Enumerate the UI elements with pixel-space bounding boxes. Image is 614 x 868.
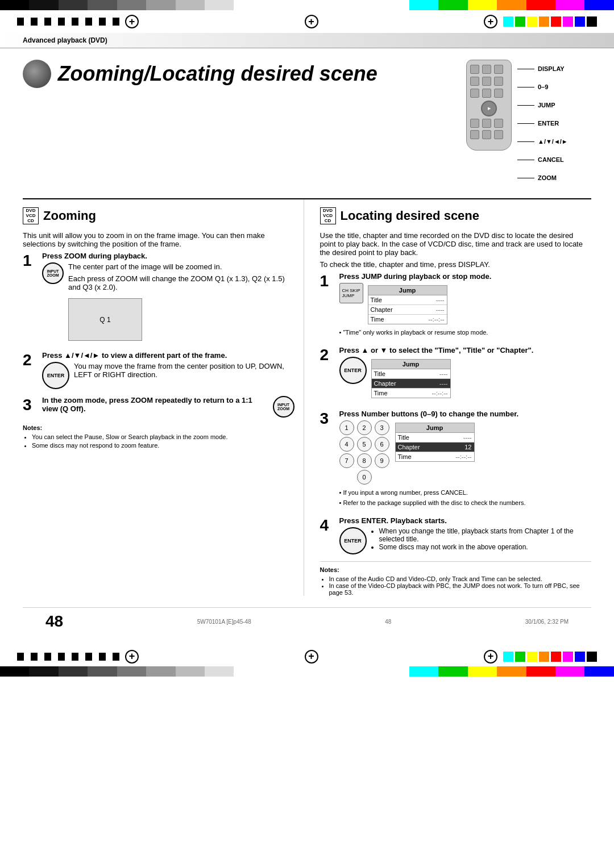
registration-marks-bottom: [0, 646, 614, 666]
step-3-content: In the zoom mode, press ZOOM repeatedly …: [42, 396, 294, 418]
step-2-content: Press ▲/▼/◄/► to view a different part o…: [42, 351, 294, 389]
zooming-note-1: You can select the Pause, Slow or Search…: [32, 433, 294, 440]
zoom-preview-box: Q 1: [68, 298, 142, 341]
jump-table-2-header: Jump: [372, 360, 450, 369]
chip-yellow: [527, 16, 537, 27]
locating-intro: Use the title, chapter and time recorded…: [320, 231, 592, 257]
zooming-intro: This unit will allow you to zoom in on t…: [23, 231, 294, 248]
number-buttons-wrap: 1 2 3 4 5 6 7 8: [339, 420, 391, 485]
page-header: Advanced playback (DVD): [0, 33, 614, 48]
chip-orange: [539, 16, 549, 27]
zoom-step-1-body1: The center part of the image will be zoo…: [68, 262, 294, 271]
step-1-content: Press ZOOM during playback. INPUT ZOOM T…: [42, 252, 294, 344]
registration-mark-left: [125, 15, 139, 28]
color-block-green: [438, 0, 467, 10]
zoom-preview-label: Q 1: [99, 316, 110, 324]
remote-label-arrows: ▲/▼/◄/►: [517, 138, 568, 145]
remote-labels: DISPLAY 0–9 JUMP ENTER ▲/▼/◄/► CANCEL ZO…: [517, 60, 568, 187]
jump-table-2-row-title: Title ----: [372, 369, 450, 379]
zooming-notes: Notes: You can select the Pause, Slow or…: [23, 424, 294, 449]
color-block: [88, 0, 117, 10]
jump-label-chapter: Chapter: [371, 306, 408, 313]
jump-table-3: Jump Title ---- Chapter 12 Time: [395, 423, 475, 462]
loc-step-2-title: Press ▲ or ▼ to select the "Time", "Titl…: [339, 346, 592, 354]
title-icon: [23, 60, 51, 88]
chip-magenta: [563, 16, 573, 27]
num-btn-9[interactable]: 9: [375, 453, 389, 468]
registration-mark-bottom-center: [305, 650, 318, 663]
loc-step-3-note-refer: • Refer to the package supplied with the…: [339, 499, 592, 506]
num-btn-3[interactable]: 3: [375, 420, 389, 435]
chip-cyan: [503, 16, 513, 27]
loc-step-4-bullet-2: Some discs may not work in the above ope…: [379, 543, 592, 551]
step-1-text: The center part of the image will be zoo…: [68, 262, 294, 295]
loc-step-4: 4 Press ENTER. Playback starts. ENTER Wh…: [320, 516, 592, 554]
color-block: [0, 0, 29, 10]
zoom-step-1-body2: Each press of ZOOM will change the ZOOM …: [68, 274, 294, 291]
zoom-button-icon: INPUT ZOOM: [42, 262, 64, 284]
jump-value-chapter: ----: [408, 306, 445, 313]
color-block: [380, 0, 409, 10]
jump-table-1: Jump Title ---- Chapter ---- Time: [368, 285, 447, 324]
enter-icon-step4: ENTER: [339, 527, 367, 554]
bottom-color-bar: [0, 666, 614, 677]
locating-section: DVD VCD CD Locating desired scene Use th…: [316, 199, 592, 596]
color-block: [205, 0, 234, 10]
page-number: 48: [45, 612, 63, 631]
color-block: [29, 0, 58, 10]
locating-notes: Notes: In case of the Audio CD and Video…: [320, 561, 592, 596]
loc-step-1-note: • "Time" only works in playback or resum…: [339, 329, 592, 336]
loc-step-number-1: 1: [320, 273, 334, 289]
enter-directional-icon: ENTER: [42, 362, 69, 389]
page-title: Zooming/Locating desired scene: [58, 62, 377, 85]
color-block-magenta: [555, 0, 584, 10]
zoom-step-3: 3 In the zoom mode, press ZOOM repeatedl…: [23, 396, 294, 418]
zooming-section: DVD VCD CD Zooming This unit will allow …: [23, 199, 304, 596]
zooming-notes-list: You can select the Pause, Slow or Search…: [23, 433, 294, 449]
dvd-vcd-cd-badge-2: DVD VCD CD: [320, 207, 336, 224]
top-color-bar: [0, 0, 614, 10]
jump-value-time: --:--:--: [408, 316, 445, 323]
loc-step-4-bullet-1: When you change the title, playback star…: [379, 527, 592, 543]
num-btn-7[interactable]: 7: [339, 453, 354, 468]
enter-icon-step2: ENTER: [339, 357, 367, 384]
crop-mark-strip-bottom-left: [17, 653, 119, 661]
step-number-1: 1: [23, 253, 36, 269]
loc-step-3-content: Press Number buttons (0–9) to change the…: [339, 410, 592, 510]
remote-diagram: ▶: [460, 60, 591, 187]
num-btn-1[interactable]: 1: [339, 420, 354, 435]
crop-mark-strip-left: [17, 18, 119, 26]
footer-center-code: 48: [385, 619, 391, 625]
color-block: [146, 0, 175, 10]
jump-value-title: ----: [408, 297, 445, 303]
zooming-header: DVD VCD CD Zooming: [23, 205, 294, 227]
num-btn-2[interactable]: 2: [357, 420, 372, 435]
header-label: Advanced playback (DVD): [23, 36, 107, 44]
jump-table-1-row-chapter: Chapter ----: [368, 305, 447, 315]
num-btn-6[interactable]: 6: [375, 437, 389, 452]
bottom-right-color-chips: [503, 652, 597, 662]
zoom-step-2-title: Press ▲/▼/◄/► to view a different part o…: [42, 351, 294, 360]
step-number-3: 3: [23, 397, 36, 413]
locating-notes-title: Notes:: [320, 566, 592, 573]
jump-label-title: Title: [371, 297, 408, 303]
color-block: [263, 0, 292, 10]
zoom-step-2-body: You may move the frame from the center p…: [74, 362, 294, 379]
page-footer: 48 5W70101A [E]p45-48 48 30/1/06, 2:32 P…: [23, 607, 591, 635]
locating-title: Locating desired scene: [341, 208, 480, 223]
num-btn-8[interactable]: 8: [357, 453, 372, 468]
remote-label-display: DISPLAY: [517, 65, 568, 72]
footer-left-code: 5W70101A [E]p45-48: [197, 619, 251, 625]
loc-step-4-bullets: When you change the title, playback star…: [371, 527, 592, 551]
remote-label-09: 0–9: [517, 84, 568, 90]
two-column-layout: DVD VCD CD Zooming This unit will allow …: [23, 198, 591, 596]
num-btn-4[interactable]: 4: [339, 437, 354, 452]
jump-table-1-row-time: Time --:--:--: [368, 315, 447, 324]
num-btn-5[interactable]: 5: [357, 437, 372, 452]
registration-mark-center: [305, 15, 318, 28]
jump-table-3-row-title: Title ----: [396, 433, 474, 443]
zooming-title: Zooming: [43, 208, 96, 223]
step-number-2: 2: [23, 352, 36, 368]
num-btn-0[interactable]: 0: [357, 470, 372, 485]
jump-table-2-row-time: Time --:--:--: [372, 389, 450, 398]
